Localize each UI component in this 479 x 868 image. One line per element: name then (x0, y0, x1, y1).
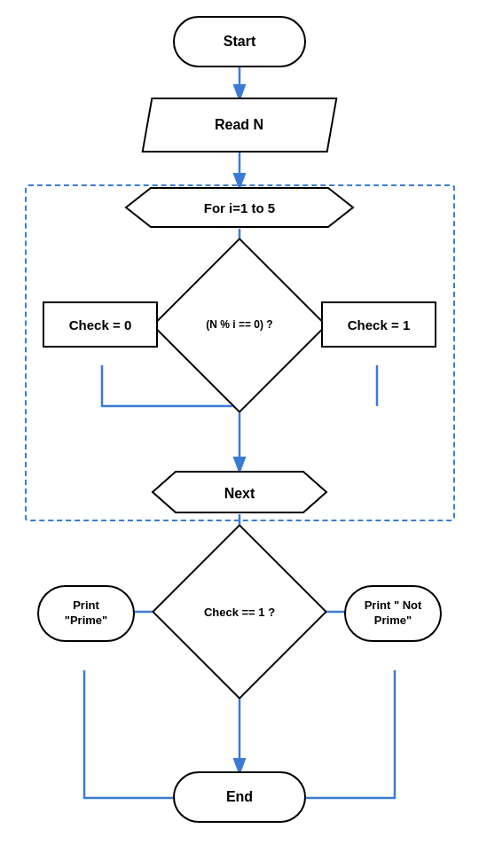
next-hexagon-svg: Next (151, 470, 328, 514)
hexagon-svg: For i=1 to 5 (124, 186, 355, 229)
print-prime-shape: Print "Prime" (37, 585, 135, 642)
next-shape: Next (151, 470, 328, 514)
condition1-label: (N % i == 0) ? (206, 318, 272, 332)
readN-label: Read N (215, 117, 263, 133)
check1-shape: Check = 1 (321, 301, 436, 348)
print-notprime-label: Print " Not Prime" (365, 598, 422, 629)
start-label: Start (224, 34, 255, 50)
check0-shape: Check = 0 (43, 301, 158, 348)
svg-text:Next: Next (224, 486, 255, 501)
condition2-label: Check == 1 ? (204, 606, 275, 619)
start-shape: Start (173, 16, 306, 67)
end-shape: End (173, 771, 306, 823)
check1-label: Check = 1 (348, 317, 410, 332)
for-loop-shape: For i=1 to 5 (124, 186, 355, 229)
print-notprime-shape: Print " Not Prime" (344, 585, 442, 642)
print-prime-label: Print "Prime" (65, 598, 107, 629)
condition2-shape: Check == 1 ? (176, 548, 303, 676)
svg-text:For i=1 to 5: For i=1 to 5 (204, 200, 275, 215)
readN-shape: Read N (142, 98, 338, 152)
condition1-shape: (N % i == 0) ? (176, 262, 303, 389)
check0-label: Check = 0 (69, 317, 131, 332)
flowchart: Start Read N For i=1 to 5 (N % i == 0) ?… (0, 0, 479, 868)
end-label: End (226, 789, 253, 805)
